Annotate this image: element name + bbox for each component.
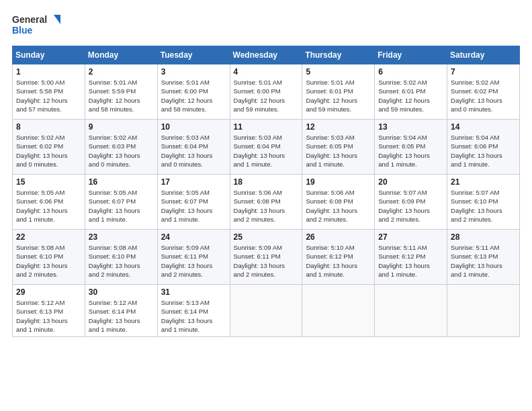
- calendar-week-3: 15Sunrise: 5:05 AM Sunset: 6:06 PM Dayli…: [13, 175, 520, 230]
- day-number: 11: [234, 122, 299, 132]
- day-number: 31: [161, 287, 226, 297]
- day-number: 22: [16, 232, 81, 242]
- day-number: 18: [234, 177, 299, 187]
- day-info: Sunrise: 5:13 AM Sunset: 6:14 PM Dayligh…: [161, 298, 226, 334]
- weekday-header-sunday: Sunday: [13, 46, 85, 64]
- day-number: 1: [16, 67, 81, 77]
- calendar-cell: 17Sunrise: 5:05 AM Sunset: 6:07 PM Dayli…: [157, 175, 230, 230]
- day-info: Sunrise: 5:01 AM Sunset: 6:00 PM Dayligh…: [161, 78, 226, 113]
- day-info: Sunrise: 5:07 AM Sunset: 6:09 PM Dayligh…: [378, 188, 443, 224]
- day-number: 26: [306, 232, 371, 242]
- day-info: Sunrise: 5:02 AM Sunset: 6:03 PM Dayligh…: [89, 133, 154, 169]
- calendar-cell: [375, 285, 447, 337]
- day-info: Sunrise: 5:02 AM Sunset: 6:02 PM Dayligh…: [451, 78, 516, 113]
- weekday-header-friday: Friday: [375, 46, 447, 64]
- calendar-week-2: 8Sunrise: 5:02 AM Sunset: 6:02 PM Daylig…: [13, 120, 520, 175]
- day-info: Sunrise: 5:12 AM Sunset: 6:13 PM Dayligh…: [16, 298, 81, 334]
- calendar-week-1: 1Sunrise: 5:00 AM Sunset: 5:58 PM Daylig…: [13, 64, 520, 120]
- day-info: Sunrise: 5:09 AM Sunset: 6:11 PM Dayligh…: [161, 243, 226, 279]
- calendar-cell: 3Sunrise: 5:01 AM Sunset: 6:00 PM Daylig…: [157, 64, 230, 120]
- day-info: Sunrise: 5:09 AM Sunset: 6:11 PM Dayligh…: [234, 243, 299, 279]
- day-number: 20: [378, 177, 443, 187]
- day-number: 29: [16, 287, 81, 297]
- weekday-header-saturday: Saturday: [447, 46, 520, 64]
- calendar-cell: 12Sunrise: 5:03 AM Sunset: 6:05 PM Dayli…: [302, 120, 375, 175]
- calendar-cell: 6Sunrise: 5:02 AM Sunset: 6:01 PM Daylig…: [375, 64, 447, 120]
- day-info: Sunrise: 5:02 AM Sunset: 6:02 PM Dayligh…: [16, 133, 81, 169]
- day-number: 23: [89, 232, 154, 242]
- weekday-header-monday: Monday: [85, 46, 157, 64]
- calendar-cell: 11Sunrise: 5:03 AM Sunset: 6:04 PM Dayli…: [230, 120, 302, 175]
- day-info: Sunrise: 5:05 AM Sunset: 6:06 PM Dayligh…: [16, 188, 81, 224]
- calendar-cell: 13Sunrise: 5:04 AM Sunset: 6:05 PM Dayli…: [375, 120, 447, 175]
- day-number: 7: [451, 67, 516, 77]
- calendar-week-5: 29Sunrise: 5:12 AM Sunset: 6:13 PM Dayli…: [13, 285, 520, 337]
- day-info: Sunrise: 5:06 AM Sunset: 6:08 PM Dayligh…: [306, 188, 371, 224]
- calendar-cell: 5Sunrise: 5:01 AM Sunset: 6:01 PM Daylig…: [302, 64, 375, 120]
- calendar-cell: 20Sunrise: 5:07 AM Sunset: 6:09 PM Dayli…: [375, 175, 447, 230]
- day-info: Sunrise: 5:11 AM Sunset: 6:13 PM Dayligh…: [451, 243, 516, 279]
- day-number: 9: [89, 122, 154, 132]
- day-number: 12: [306, 122, 371, 132]
- calendar-cell: 26Sunrise: 5:10 AM Sunset: 6:12 PM Dayli…: [302, 230, 375, 285]
- header: General Blue: [12, 12, 520, 39]
- weekday-header-thursday: Thursday: [302, 46, 375, 64]
- day-info: Sunrise: 5:05 AM Sunset: 6:07 PM Dayligh…: [161, 188, 226, 224]
- day-number: 30: [89, 287, 154, 297]
- calendar-cell: 19Sunrise: 5:06 AM Sunset: 6:08 PM Dayli…: [302, 175, 375, 230]
- day-number: 16: [89, 177, 154, 187]
- calendar-cell: [302, 285, 375, 337]
- day-info: Sunrise: 5:08 AM Sunset: 6:10 PM Dayligh…: [89, 243, 154, 279]
- calendar-cell: 30Sunrise: 5:12 AM Sunset: 6:14 PM Dayli…: [85, 285, 157, 337]
- calendar-cell: 14Sunrise: 5:04 AM Sunset: 6:06 PM Dayli…: [447, 120, 520, 175]
- day-number: 17: [161, 177, 226, 187]
- day-info: Sunrise: 5:08 AM Sunset: 6:10 PM Dayligh…: [16, 243, 81, 279]
- calendar-cell: [447, 285, 520, 337]
- day-number: 21: [451, 177, 516, 187]
- day-number: 6: [378, 67, 443, 77]
- day-number: 3: [161, 67, 226, 77]
- day-info: Sunrise: 5:01 AM Sunset: 6:00 PM Dayligh…: [234, 78, 299, 113]
- day-info: Sunrise: 5:10 AM Sunset: 6:12 PM Dayligh…: [306, 243, 371, 279]
- calendar-cell: [230, 285, 302, 337]
- day-number: 10: [161, 122, 226, 132]
- calendar-cell: 10Sunrise: 5:03 AM Sunset: 6:04 PM Dayli…: [157, 120, 230, 175]
- weekday-header-row: SundayMondayTuesdayWednesdayThursdayFrid…: [13, 46, 520, 64]
- calendar-cell: 8Sunrise: 5:02 AM Sunset: 6:02 PM Daylig…: [13, 120, 85, 175]
- day-info: Sunrise: 5:04 AM Sunset: 6:06 PM Dayligh…: [451, 133, 516, 169]
- svg-text:Blue: Blue: [12, 25, 33, 36]
- day-info: Sunrise: 5:01 AM Sunset: 6:01 PM Dayligh…: [306, 78, 371, 113]
- calendar-table: SundayMondayTuesdayWednesdayThursdayFrid…: [12, 46, 520, 337]
- calendar-cell: 9Sunrise: 5:02 AM Sunset: 6:03 PM Daylig…: [85, 120, 157, 175]
- calendar-cell: 25Sunrise: 5:09 AM Sunset: 6:11 PM Dayli…: [230, 230, 302, 285]
- calendar-cell: 15Sunrise: 5:05 AM Sunset: 6:06 PM Dayli…: [13, 175, 85, 230]
- day-number: 15: [16, 177, 81, 187]
- day-number: 28: [451, 232, 516, 242]
- day-info: Sunrise: 5:02 AM Sunset: 6:01 PM Dayligh…: [378, 78, 443, 113]
- day-number: 5: [306, 67, 371, 77]
- day-number: 27: [378, 232, 443, 242]
- day-info: Sunrise: 5:03 AM Sunset: 6:05 PM Dayligh…: [306, 133, 371, 169]
- day-info: Sunrise: 5:05 AM Sunset: 6:07 PM Dayligh…: [89, 188, 154, 224]
- calendar-cell: 16Sunrise: 5:05 AM Sunset: 6:07 PM Dayli…: [85, 175, 157, 230]
- calendar-cell: 7Sunrise: 5:02 AM Sunset: 6:02 PM Daylig…: [447, 64, 520, 120]
- page: General Blue SundayMondayTuesdayWednesda…: [0, 0, 532, 411]
- calendar-week-4: 22Sunrise: 5:08 AM Sunset: 6:10 PM Dayli…: [13, 230, 520, 285]
- calendar-cell: 23Sunrise: 5:08 AM Sunset: 6:10 PM Dayli…: [85, 230, 157, 285]
- weekday-header-wednesday: Wednesday: [230, 46, 302, 64]
- calendar-cell: 29Sunrise: 5:12 AM Sunset: 6:13 PM Dayli…: [13, 285, 85, 337]
- day-info: Sunrise: 5:07 AM Sunset: 6:10 PM Dayligh…: [451, 188, 516, 224]
- day-info: Sunrise: 5:11 AM Sunset: 6:12 PM Dayligh…: [378, 243, 443, 279]
- day-info: Sunrise: 5:06 AM Sunset: 6:08 PM Dayligh…: [234, 188, 299, 224]
- day-info: Sunrise: 5:01 AM Sunset: 5:59 PM Dayligh…: [89, 78, 154, 113]
- logo-svg: General Blue: [12, 12, 66, 39]
- logo: General Blue: [12, 12, 66, 39]
- day-number: 4: [234, 67, 299, 77]
- day-info: Sunrise: 5:00 AM Sunset: 5:58 PM Dayligh…: [16, 78, 81, 113]
- calendar-cell: 4Sunrise: 5:01 AM Sunset: 6:00 PM Daylig…: [230, 64, 302, 120]
- calendar-cell: 28Sunrise: 5:11 AM Sunset: 6:13 PM Dayli…: [447, 230, 520, 285]
- svg-marker-2: [54, 15, 60, 24]
- day-number: 24: [161, 232, 226, 242]
- calendar-cell: 2Sunrise: 5:01 AM Sunset: 5:59 PM Daylig…: [85, 64, 157, 120]
- day-number: 19: [306, 177, 371, 187]
